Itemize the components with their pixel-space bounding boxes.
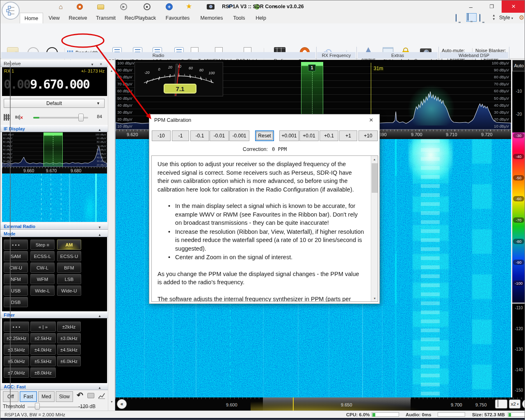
navigator-keyboard-button[interactable] (495, 399, 507, 409)
dialog-scrollbar[interactable]: ▲ ▼ (371, 156, 378, 301)
filter-60k-button[interactable]: ±6.0kHz (57, 356, 81, 366)
external-radio-header[interactable]: External Radio▼ (0, 223, 108, 230)
frequency-display[interactable]: 0.009.670.000 (4, 75, 106, 94)
ppm-minus-01-button[interactable]: -0.1 (190, 130, 209, 141)
mode-nfm-button[interactable]: NFM (4, 274, 28, 284)
filter-225k-button[interactable]: ±2.25kHz (4, 333, 29, 343)
mode-cw-u-button[interactable]: CW-U (4, 262, 28, 273)
filter-header[interactable]: Filter▲ (0, 311, 108, 318)
receive-close-icon[interactable]: × (100, 61, 102, 68)
mode-cw-l-button[interactable]: CW-L (30, 262, 55, 273)
layout-monitor-2-icon[interactable] (466, 13, 477, 22)
restore-button[interactable]: ❐ (483, 0, 501, 13)
mode-usb-button[interactable]: USB (4, 285, 28, 296)
ppm-minus-0001-button[interactable]: -0.001 (229, 130, 249, 141)
colorbar-threshold-line[interactable] (512, 303, 525, 304)
volume-slider-handle[interactable] (78, 114, 84, 121)
tab-memories[interactable]: Memories (197, 13, 226, 23)
agc-undo-icon[interactable]: ↶ (77, 390, 83, 400)
filter-2k-button[interactable]: ±2kHz (57, 322, 81, 332)
filter-80k-button[interactable]: ±8.0kHz (30, 368, 56, 378)
style-gear-icon[interactable]: ⚙ (519, 14, 524, 21)
mode-wfm-button[interactable]: WFM (30, 274, 55, 284)
mode-lsb-button[interactable]: LSB (57, 274, 81, 284)
receive-panel-header[interactable]: Receive ▼ × (0, 60, 108, 67)
ppm-plus-1-button[interactable]: +1 (339, 130, 357, 141)
app-menu-button[interactable] (2, 2, 20, 20)
band-navigator[interactable]: 9.600 9.650 9.700 9.750 « x2 » (115, 397, 525, 411)
ppm-minus-001-button[interactable]: -0.01 (210, 130, 229, 141)
agc-off-button[interactable]: Off (3, 391, 18, 402)
tab-help[interactable]: Help (252, 13, 269, 23)
if-spectrum[interactable]: 100 dBµV 90 dBµV 80 dBµV 70 dBµV 60 dBµV… (2, 132, 107, 167)
tab-transmit[interactable]: Transmit (93, 13, 119, 23)
mode-bfm-button[interactable]: BFM (57, 262, 81, 273)
navigator-zoom-button[interactable]: x2 (509, 399, 520, 409)
dialog-scroll-up-icon[interactable]: ▲ (371, 156, 378, 162)
mode-ecss-u-button[interactable]: ECSS-U (57, 251, 81, 261)
dialog-help-text[interactable]: Use this option to adjust your receiver … (151, 155, 378, 302)
profile-dropdown[interactable]: Default ▼ (4, 99, 105, 108)
mode-sam-button[interactable]: SAM (4, 251, 28, 261)
filter-30k-button[interactable]: ±3.0kHz (57, 333, 81, 343)
support-icon[interactable] (77, 4, 83, 10)
ppm-plus-0001-button[interactable]: +0.001 (279, 130, 299, 141)
navigator-scroll-right-button[interactable]: » (522, 399, 525, 409)
navigator-scroll-left-button[interactable]: « (117, 399, 127, 409)
filter-50k-button[interactable]: ±5.0kHz (4, 356, 29, 366)
agc-presets-icon[interactable] (87, 393, 94, 398)
filter-55k-button[interactable]: ±5.5kHz (30, 356, 56, 366)
spin-arrows-icon[interactable]: ▲▼ (491, 14, 497, 21)
equalizer-icon[interactable] (4, 114, 10, 121)
mode-step-button[interactable]: Step ≡ (30, 240, 55, 250)
agc-med-button[interactable]: Med (38, 391, 55, 402)
colorbar-gradient[interactable]: -30 -40 -50 -60 -70 -80 -90 -100 (512, 132, 525, 303)
add-icon[interactable]: + (166, 3, 173, 10)
tab-home[interactable]: Home (20, 13, 43, 23)
mode-wide-l-button[interactable]: Wide-L (30, 285, 55, 296)
filter-25k-button[interactable]: ±2.5kHz (30, 333, 56, 343)
sidebar-scroll-up-icon[interactable]: ▲ (108, 67, 115, 74)
ppm-plus-10-button[interactable]: +10 (358, 130, 378, 141)
layout-monitor-1-icon[interactable] (456, 14, 457, 22)
tab-tools[interactable]: Tools (230, 13, 248, 23)
home-icon[interactable]: ⌂ (57, 3, 64, 11)
filter-35k-button[interactable]: ±3.5kHz (4, 345, 29, 355)
dialog-scroll-down-icon[interactable]: ▼ (371, 295, 378, 301)
ppm-minus-10-button[interactable]: -10 (152, 130, 171, 141)
if-display-header[interactable]: IF Display▲ (0, 125, 108, 132)
stop-icon[interactable]: ■ (144, 3, 151, 10)
dialog-close-icon[interactable]: × (366, 115, 376, 125)
filter-45k-button[interactable]: ±4.5kHz (57, 345, 81, 355)
filter-70k-button[interactable]: ±7.0kHz (4, 368, 29, 378)
agc-fast-button[interactable]: Fast (20, 391, 37, 402)
close-button[interactable]: × (502, 0, 525, 13)
ppm-minus-1-button[interactable]: -1 (172, 130, 189, 141)
ppm-plus-01-button[interactable]: +0.1 (320, 130, 338, 141)
style-dropdown[interactable]: Style (499, 15, 513, 21)
mode-dsb-button[interactable]: DSB (4, 297, 28, 307)
mode-more-button[interactable]: • • • (4, 240, 28, 250)
mute-speaker-icon[interactable]: × (15, 114, 23, 121)
if-tuning-channel[interactable] (43, 132, 63, 167)
tab-rec-playback[interactable]: Rec/Playback (123, 13, 158, 23)
sidebar-scrollbar[interactable]: ▲ ▼ (108, 67, 115, 411)
filter-more-button[interactable]: • • • (4, 322, 29, 332)
agc-graph-icon[interactable] (98, 393, 105, 399)
if-waterfall[interactable] (2, 173, 107, 222)
mode-ecss-l-button[interactable]: ECSS-L (30, 251, 55, 261)
mode-am-button[interactable]: AM (57, 240, 81, 250)
mode-wide-u-button[interactable]: Wide-U (57, 285, 81, 296)
tab-favourites[interactable]: Favourites (162, 13, 193, 23)
colorbar-auto-button[interactable]: Auto (512, 60, 525, 71)
mode-header[interactable]: Mode▲ (0, 230, 108, 237)
dialog-scroll-thumb[interactable] (372, 163, 378, 193)
sidebar-scroll-down-icon[interactable]: ▼ (108, 398, 115, 405)
start-icon[interactable]: ▶ (120, 3, 127, 10)
threshold-handle[interactable] (35, 403, 40, 410)
filter-40k-button[interactable]: ±4.0kHz (30, 345, 56, 355)
ppm-plus-001-button[interactable]: +0.01 (299, 130, 319, 141)
layout-monitor-3-icon[interactable] (479, 14, 480, 22)
agc-slow-button[interactable]: Slow (56, 391, 73, 402)
agc-header[interactable]: AGC: Fast▲ (0, 383, 108, 390)
